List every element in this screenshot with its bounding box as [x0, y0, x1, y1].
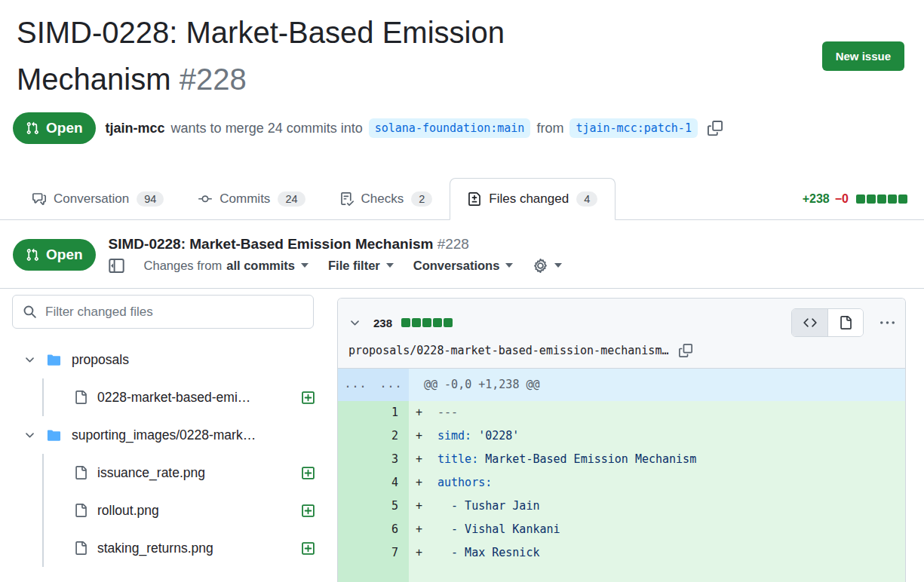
diff-line-6: 6 + - Vishal Kankani	[338, 518, 905, 541]
tab-checks[interactable]: Checks 2	[323, 178, 450, 219]
tab-checks-count: 2	[411, 191, 432, 207]
addition-sign: +	[409, 541, 437, 565]
expand-hunk-button[interactable]: ... ...	[338, 369, 409, 401]
diff-card-header: 238 proposals/0228-market-based-em	[338, 299, 905, 369]
open-status-label: Open	[46, 120, 83, 136]
changes-from-dropdown[interactable]: Changes from all commits	[144, 259, 309, 273]
tree-folder-proposals[interactable]: proposals	[12, 341, 324, 378]
source-view-button[interactable]	[792, 309, 827, 336]
diffstat: +238 −0	[803, 178, 907, 219]
tree-folder-label: suporting_images/0228-mark…	[72, 427, 256, 443]
git-pull-request-icon	[26, 121, 39, 135]
code-text: - Vishal Kankani	[437, 518, 560, 541]
file-added-icon	[301, 541, 315, 556]
copy-filename-icon[interactable]	[679, 344, 692, 357]
code-text: simd: '0228'	[437, 424, 519, 448]
copy-branch-icon[interactable]	[708, 121, 723, 136]
file-icon	[74, 391, 87, 404]
tree-folder-suporting-images[interactable]: suporting_images/0228-mark…	[12, 416, 324, 454]
diff-line-3: 3 +title: Market-Based Emission Mechanis…	[338, 448, 905, 471]
diff-view-toggle	[791, 308, 864, 337]
line-number-gutter[interactable]: 1	[338, 401, 409, 424]
folder-icon	[47, 428, 61, 443]
tab-commits-label: Commits	[219, 191, 270, 207]
addition-sign: +	[409, 448, 437, 471]
line-number-gutter[interactable]: 2	[338, 424, 409, 448]
tree-file-staking-returns[interactable]: staking_returns.png	[12, 529, 324, 567]
hunk-ellipsis-new: ...	[373, 369, 409, 401]
tree-file-issuance-rate[interactable]: issuance_rate.png	[12, 454, 324, 492]
changes-from-label: Changes from	[144, 259, 223, 273]
line-number-gutter[interactable]: 4	[338, 471, 409, 495]
filter-changed-files-input[interactable]	[45, 305, 294, 320]
open-status-badge: Open	[13, 112, 96, 144]
new-issue-button[interactable]: New issue	[822, 41, 904, 71]
diff-settings-dropdown[interactable]	[533, 258, 562, 274]
file-diff-icon	[468, 192, 481, 206]
tab-files-changed-count: 4	[576, 191, 597, 207]
diff-line-7: 7 + - Max Resnick	[338, 541, 905, 565]
code-text: - Tushar Jain	[437, 495, 539, 518]
tab-commits-count: 24	[278, 191, 305, 207]
sticky-title: SIMD-0228: Market-Based Emission Mechani…	[109, 236, 563, 253]
tree-file-0228-market-based[interactable]: 0228-market-based-emi…	[12, 378, 324, 416]
sticky-file-header: Open SIMD-0228: Market-Based Emission Me…	[0, 221, 924, 289]
file-added-icon	[301, 504, 315, 518]
pr-title-text: SIMD-0228: Market-Based Emission Mechani…	[17, 16, 505, 96]
collapse-diff-chevron[interactable]	[348, 317, 361, 329]
chevron-down-icon	[23, 429, 36, 442]
file-tree-sidebar: proposals 0228-market-based-emi… suporti…	[12, 295, 324, 567]
search-icon	[23, 305, 37, 319]
pr-status-row: Open tjain-mcc wants to merge 24 commits…	[13, 112, 723, 144]
git-pull-request-icon	[26, 248, 39, 262]
changes-from-value: all commits	[226, 259, 295, 273]
file-diff-card: 238 proposals/0228-market-based-em	[337, 298, 906, 582]
folder-icon	[47, 353, 61, 367]
tab-conversation-label: Conversation	[54, 191, 129, 207]
tab-conversation-count: 94	[137, 191, 164, 207]
addition-sign: +	[409, 471, 437, 495]
collapse-file-tree-button[interactable]	[109, 258, 124, 274]
file-filter-dropdown[interactable]: File filter	[328, 259, 394, 273]
tab-conversation[interactable]: Conversation 94	[15, 178, 181, 219]
comment-discussion-icon	[32, 192, 46, 206]
line-number-gutter[interactable]: 5	[338, 495, 409, 518]
hunk-ellipsis-old: ...	[338, 369, 373, 401]
sticky-open-badge: Open	[13, 239, 96, 271]
line-number-gutter[interactable]	[338, 565, 409, 582]
tree-file-label: rollout.png	[97, 503, 159, 519]
file-filter-searchbox[interactable]	[12, 295, 314, 329]
from-text: from	[536, 121, 563, 136]
author-login[interactable]: tjain-mcc	[106, 121, 165, 136]
file-icon	[74, 504, 87, 517]
rich-diff-button[interactable]	[827, 309, 863, 336]
tab-checks-label: Checks	[361, 191, 404, 207]
diffstat-blocks	[856, 195, 907, 204]
hunk-header-row: ... ... @@ -0,0 +1,238 @@	[338, 369, 905, 401]
checklist-icon	[340, 192, 354, 206]
merge-summary-text: wants to merge 24 commits into	[171, 121, 363, 136]
diff-line-8-partial	[338, 565, 905, 582]
pr-tabnav: Conversation 94 Commits 24 Checks 2 File…	[0, 178, 924, 220]
conversations-dropdown[interactable]: Conversations	[413, 259, 514, 273]
tab-files-changed-label: Files changed	[489, 191, 569, 207]
file-filter-label: File filter	[328, 259, 380, 273]
line-number-gutter[interactable]: 3	[338, 448, 409, 471]
chevron-down-icon	[505, 263, 513, 268]
tab-files-changed[interactable]: Files changed 4	[450, 178, 615, 220]
diff-line-2: 2 +simd: '0228'	[338, 424, 905, 448]
diffstat-additions: +238	[803, 192, 830, 206]
line-number-gutter[interactable]: 7	[338, 541, 409, 565]
tab-commits[interactable]: Commits 24	[181, 178, 322, 219]
file-added-icon	[301, 466, 315, 480]
chevron-down-icon	[23, 354, 36, 366]
head-branch-label[interactable]: tjain-mcc:patch-1	[569, 118, 698, 138]
conversations-label: Conversations	[413, 259, 500, 273]
file-options-kebab-icon[interactable]	[880, 316, 895, 330]
file-diffstat-blocks	[401, 318, 453, 327]
base-branch-label[interactable]: solana-foundation:main	[369, 118, 531, 138]
line-number-gutter[interactable]: 6	[338, 518, 409, 541]
diff-filename[interactable]: proposals/0228-market-based-emission-mec…	[348, 344, 668, 357]
tree-file-rollout[interactable]: rollout.png	[12, 492, 324, 529]
diff-line-5: 5 + - Tushar Jain	[338, 495, 905, 518]
